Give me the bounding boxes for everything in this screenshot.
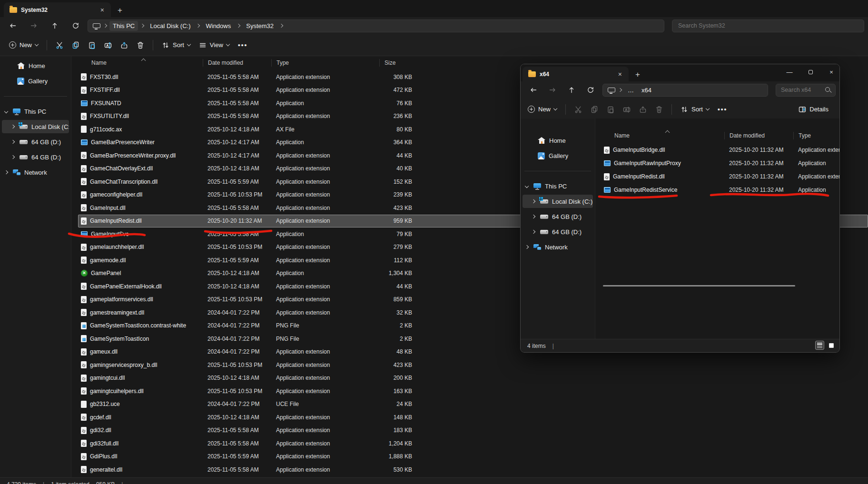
forward-button[interactable]: [27, 19, 41, 32]
file-row[interactable]: gamingtcuihelpers.dll 2025-11-05 10:53 P…: [78, 385, 868, 398]
breadcrumb-local-disk[interactable]: Local Disk (C:): [147, 21, 194, 31]
sidebar-item[interactable]: Local Disk (C:): [2, 120, 69, 133]
file-row[interactable]: generaltel.dll 2025-11-05 5:58 AM Applic…: [78, 463, 868, 476]
file-row[interactable]: gcdef.dll 2025-10-12 4:18 AM Application…: [78, 411, 868, 424]
chevron-right-icon[interactable]: [140, 24, 144, 28]
sort-button[interactable]: Sort: [676, 103, 713, 116]
column-header-name[interactable]: Name: [78, 59, 203, 67]
chevron-right-icon[interactable]: [279, 24, 283, 28]
maximize-button[interactable]: [805, 69, 816, 76]
column-header-name[interactable]: Name: [601, 132, 724, 139]
tab-close-icon[interactable]: ×: [616, 71, 624, 78]
horizontal-scrollbar[interactable]: [603, 285, 795, 286]
breadcrumb[interactable]: This PC Local Disk (C:) Windows System32: [88, 20, 664, 32]
delete-button[interactable]: [132, 39, 148, 52]
up-button[interactable]: [564, 83, 579, 97]
file-row[interactable]: gdi32.dll 2025-11-05 5:58 AM Application…: [78, 424, 868, 437]
sidebar-item[interactable]: Home: [2, 59, 69, 72]
sidebar-item[interactable]: Network: [523, 240, 593, 254]
breadcrumb-system32[interactable]: System32: [243, 21, 277, 31]
sidebar-item[interactable]: Home: [523, 134, 593, 147]
rename-button[interactable]: [100, 39, 116, 52]
copy-button[interactable]: [586, 103, 602, 116]
expand-chevron-icon[interactable]: [11, 155, 15, 159]
sidebar-item[interactable]: Network: [2, 166, 69, 179]
expand-chevron-icon[interactable]: [11, 125, 15, 128]
back-button[interactable]: [526, 83, 541, 97]
close-button[interactable]: ×: [826, 69, 837, 76]
breadcrumb[interactable]: … x64: [602, 84, 768, 97]
file-row[interactable]: gamingservicesproxy_b.dll 2025-11-05 10:…: [78, 358, 868, 372]
file-row[interactable]: gamingtcui.dll 2025-10-12 4:18 AM Applic…: [78, 372, 868, 385]
sidebar-item[interactable]: Local Disk (C:): [523, 195, 593, 208]
breadcrumb-this-pc[interactable]: This PC: [109, 21, 138, 31]
breadcrumb-ellipsis[interactable]: …: [624, 85, 637, 95]
new-tab-button[interactable]: +: [111, 6, 128, 17]
cut-button[interactable]: [51, 39, 68, 52]
chevron-right-icon[interactable]: [237, 24, 240, 28]
file-row[interactable]: GdiPlus.dll 2025-11-05 5:59 AM Applicati…: [78, 450, 868, 464]
copy-button[interactable]: [68, 39, 84, 52]
sidebar-item[interactable]: 64 GB (D:): [2, 135, 69, 148]
paste-button[interactable]: [602, 103, 619, 116]
breadcrumb-x64[interactable]: x64: [638, 85, 655, 95]
search-box[interactable]: [776, 84, 836, 97]
forward-button[interactable]: [545, 83, 560, 97]
refresh-button[interactable]: [69, 19, 83, 32]
expand-chevron-icon[interactable]: [4, 109, 8, 113]
large-icons-view-button[interactable]: [827, 341, 836, 350]
expand-chevron-icon[interactable]: [11, 140, 15, 144]
refresh-button[interactable]: [583, 83, 598, 97]
search-input[interactable]: [780, 86, 825, 94]
sidebar-item[interactable]: This PC: [2, 105, 69, 118]
column-header-date-modified[interactable]: Date modified: [724, 132, 793, 139]
rename-button[interactable]: [619, 103, 635, 116]
file-row[interactable]: gdi32full.dll 2025-11-05 5:58 AM Applica…: [78, 437, 868, 450]
sidebar-item[interactable]: This PC: [523, 179, 593, 193]
column-header-type[interactable]: Type: [271, 59, 379, 67]
new-tab-button[interactable]: +: [629, 70, 646, 81]
paste-button[interactable]: [84, 39, 100, 52]
cut-button[interactable]: [570, 103, 586, 116]
file-row[interactable]: GameInputRedist.dll 2025-10-20 11:32 AM …: [601, 170, 839, 183]
file-row[interactable]: GameInputBridge.dll 2025-10-20 11:32 AM …: [601, 143, 839, 157]
search-box[interactable]: [672, 20, 864, 32]
sidebar-item[interactable]: Gallery: [523, 149, 593, 162]
expand-chevron-icon[interactable]: [532, 199, 535, 203]
search-input[interactable]: [677, 22, 859, 30]
column-header-type[interactable]: Type: [793, 132, 839, 139]
sidebar-item[interactable]: 64 GB (D:): [523, 225, 593, 238]
sidebar-item[interactable]: Gallery: [2, 74, 69, 88]
column-header-date-modified[interactable]: Date modified: [203, 59, 271, 67]
tab-x64[interactable]: x64 ×: [523, 67, 629, 81]
file-row[interactable]: gb2312.uce 2024-04-01 7:22 PM UCE File 2…: [78, 398, 868, 411]
minimize-button[interactable]: —: [784, 69, 795, 76]
more-button[interactable]: •••: [234, 40, 252, 50]
expand-chevron-icon[interactable]: [532, 215, 535, 218]
expand-chevron-icon[interactable]: [525, 184, 529, 188]
expand-chevron-icon[interactable]: [532, 230, 535, 234]
back-button[interactable]: [6, 19, 20, 32]
column-header-size[interactable]: Size: [379, 59, 416, 67]
new-button[interactable]: New: [5, 39, 42, 51]
expand-chevron-icon[interactable]: [525, 245, 529, 249]
file-row[interactable]: GameInputRawInputProxy 2025-10-20 11:32 …: [601, 157, 839, 170]
chevron-right-icon[interactable]: [196, 24, 200, 28]
tab-system32[interactable]: System32 ×: [4, 2, 111, 17]
new-button[interactable]: New: [523, 103, 561, 116]
share-button[interactable]: [116, 39, 132, 52]
sidebar-item[interactable]: 64 GB (D:): [523, 210, 593, 223]
delete-button[interactable]: [651, 103, 667, 116]
up-button[interactable]: [48, 19, 62, 32]
details-button[interactable]: Details: [794, 103, 833, 116]
expand-chevron-icon[interactable]: [4, 170, 8, 174]
tab-close-icon[interactable]: ×: [99, 7, 106, 13]
view-button[interactable]: View: [195, 39, 234, 52]
sidebar-item[interactable]: 64 GB (D:): [2, 150, 69, 164]
more-button[interactable]: •••: [713, 104, 731, 115]
breadcrumb-windows[interactable]: Windows: [202, 21, 234, 31]
sort-button[interactable]: Sort: [158, 39, 195, 52]
file-row[interactable]: GameInputRedistService 2025-10-20 11:32 …: [601, 183, 839, 197]
share-button[interactable]: [635, 103, 651, 116]
details-view-button[interactable]: [815, 341, 824, 350]
